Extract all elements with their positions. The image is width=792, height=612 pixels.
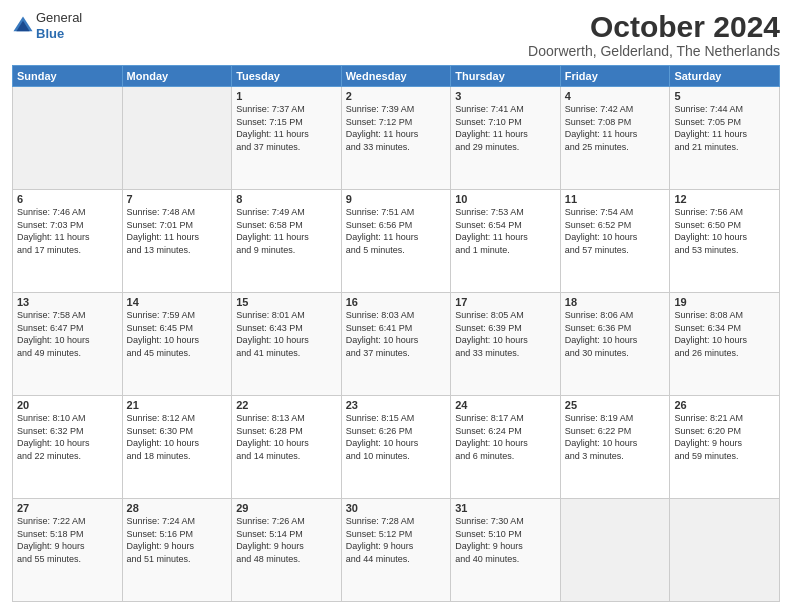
day-number: 6 bbox=[17, 193, 118, 205]
col-tuesday: Tuesday bbox=[232, 66, 342, 87]
week-row-4: 20Sunrise: 8:10 AM Sunset: 6:32 PM Dayli… bbox=[13, 396, 780, 499]
day-number: 3 bbox=[455, 90, 556, 102]
logo-blue: Blue bbox=[36, 26, 82, 42]
day-info: Sunrise: 7:24 AM Sunset: 5:16 PM Dayligh… bbox=[127, 515, 228, 565]
day-info: Sunrise: 8:15 AM Sunset: 6:26 PM Dayligh… bbox=[346, 412, 447, 462]
logo-icon bbox=[12, 15, 34, 37]
day-info: Sunrise: 8:21 AM Sunset: 6:20 PM Dayligh… bbox=[674, 412, 775, 462]
cell-w1-d2 bbox=[122, 87, 232, 190]
header-row: Sunday Monday Tuesday Wednesday Thursday… bbox=[13, 66, 780, 87]
col-saturday: Saturday bbox=[670, 66, 780, 87]
cell-w1-d5: 3Sunrise: 7:41 AM Sunset: 7:10 PM Daylig… bbox=[451, 87, 561, 190]
day-number: 21 bbox=[127, 399, 228, 411]
cell-w3-d5: 17Sunrise: 8:05 AM Sunset: 6:39 PM Dayli… bbox=[451, 293, 561, 396]
cell-w1-d1 bbox=[13, 87, 123, 190]
day-number: 4 bbox=[565, 90, 666, 102]
cell-w4-d1: 20Sunrise: 8:10 AM Sunset: 6:32 PM Dayli… bbox=[13, 396, 123, 499]
day-info: Sunrise: 7:58 AM Sunset: 6:47 PM Dayligh… bbox=[17, 309, 118, 359]
cell-w5-d3: 29Sunrise: 7:26 AM Sunset: 5:14 PM Dayli… bbox=[232, 499, 342, 602]
cell-w1-d6: 4Sunrise: 7:42 AM Sunset: 7:08 PM Daylig… bbox=[560, 87, 670, 190]
day-number: 19 bbox=[674, 296, 775, 308]
day-info: Sunrise: 7:44 AM Sunset: 7:05 PM Dayligh… bbox=[674, 103, 775, 153]
cell-w4-d7: 26Sunrise: 8:21 AM Sunset: 6:20 PM Dayli… bbox=[670, 396, 780, 499]
day-info: Sunrise: 8:17 AM Sunset: 6:24 PM Dayligh… bbox=[455, 412, 556, 462]
day-number: 13 bbox=[17, 296, 118, 308]
cell-w2-d4: 9Sunrise: 7:51 AM Sunset: 6:56 PM Daylig… bbox=[341, 190, 451, 293]
cell-w5-d6 bbox=[560, 499, 670, 602]
cell-w2-d7: 12Sunrise: 7:56 AM Sunset: 6:50 PM Dayli… bbox=[670, 190, 780, 293]
col-sunday: Sunday bbox=[13, 66, 123, 87]
day-info: Sunrise: 7:39 AM Sunset: 7:12 PM Dayligh… bbox=[346, 103, 447, 153]
cell-w2-d2: 7Sunrise: 7:48 AM Sunset: 7:01 PM Daylig… bbox=[122, 190, 232, 293]
day-number: 31 bbox=[455, 502, 556, 514]
day-number: 17 bbox=[455, 296, 556, 308]
day-info: Sunrise: 7:26 AM Sunset: 5:14 PM Dayligh… bbox=[236, 515, 337, 565]
cell-w1-d7: 5Sunrise: 7:44 AM Sunset: 7:05 PM Daylig… bbox=[670, 87, 780, 190]
day-info: Sunrise: 8:01 AM Sunset: 6:43 PM Dayligh… bbox=[236, 309, 337, 359]
cell-w4-d4: 23Sunrise: 8:15 AM Sunset: 6:26 PM Dayli… bbox=[341, 396, 451, 499]
cell-w3-d1: 13Sunrise: 7:58 AM Sunset: 6:47 PM Dayli… bbox=[13, 293, 123, 396]
calendar-body: 1Sunrise: 7:37 AM Sunset: 7:15 PM Daylig… bbox=[13, 87, 780, 602]
day-number: 23 bbox=[346, 399, 447, 411]
day-number: 2 bbox=[346, 90, 447, 102]
title-block: October 2024 Doorwerth, Gelderland, The … bbox=[528, 10, 780, 59]
day-info: Sunrise: 7:49 AM Sunset: 6:58 PM Dayligh… bbox=[236, 206, 337, 256]
day-number: 24 bbox=[455, 399, 556, 411]
day-info: Sunrise: 7:42 AM Sunset: 7:08 PM Dayligh… bbox=[565, 103, 666, 153]
cell-w4-d2: 21Sunrise: 8:12 AM Sunset: 6:30 PM Dayli… bbox=[122, 396, 232, 499]
day-number: 10 bbox=[455, 193, 556, 205]
day-info: Sunrise: 8:06 AM Sunset: 6:36 PM Dayligh… bbox=[565, 309, 666, 359]
cell-w3-d6: 18Sunrise: 8:06 AM Sunset: 6:36 PM Dayli… bbox=[560, 293, 670, 396]
cell-w3-d3: 15Sunrise: 8:01 AM Sunset: 6:43 PM Dayli… bbox=[232, 293, 342, 396]
week-row-2: 6Sunrise: 7:46 AM Sunset: 7:03 PM Daylig… bbox=[13, 190, 780, 293]
subtitle: Doorwerth, Gelderland, The Netherlands bbox=[528, 43, 780, 59]
day-number: 11 bbox=[565, 193, 666, 205]
cell-w2-d5: 10Sunrise: 7:53 AM Sunset: 6:54 PM Dayli… bbox=[451, 190, 561, 293]
day-number: 5 bbox=[674, 90, 775, 102]
day-info: Sunrise: 8:13 AM Sunset: 6:28 PM Dayligh… bbox=[236, 412, 337, 462]
logo-general: General bbox=[36, 10, 82, 26]
cell-w1-d3: 1Sunrise: 7:37 AM Sunset: 7:15 PM Daylig… bbox=[232, 87, 342, 190]
day-number: 22 bbox=[236, 399, 337, 411]
cell-w5-d7 bbox=[670, 499, 780, 602]
cell-w5-d4: 30Sunrise: 7:28 AM Sunset: 5:12 PM Dayli… bbox=[341, 499, 451, 602]
cell-w4-d3: 22Sunrise: 8:13 AM Sunset: 6:28 PM Dayli… bbox=[232, 396, 342, 499]
day-number: 8 bbox=[236, 193, 337, 205]
day-number: 30 bbox=[346, 502, 447, 514]
day-number: 29 bbox=[236, 502, 337, 514]
day-info: Sunrise: 7:56 AM Sunset: 6:50 PM Dayligh… bbox=[674, 206, 775, 256]
col-wednesday: Wednesday bbox=[341, 66, 451, 87]
day-number: 15 bbox=[236, 296, 337, 308]
cell-w4-d6: 25Sunrise: 8:19 AM Sunset: 6:22 PM Dayli… bbox=[560, 396, 670, 499]
page: General Blue October 2024 Doorwerth, Gel… bbox=[0, 0, 792, 612]
cell-w3-d7: 19Sunrise: 8:08 AM Sunset: 6:34 PM Dayli… bbox=[670, 293, 780, 396]
day-info: Sunrise: 7:46 AM Sunset: 7:03 PM Dayligh… bbox=[17, 206, 118, 256]
logo-text: General Blue bbox=[36, 10, 82, 41]
day-info: Sunrise: 7:22 AM Sunset: 5:18 PM Dayligh… bbox=[17, 515, 118, 565]
calendar-table: Sunday Monday Tuesday Wednesday Thursday… bbox=[12, 65, 780, 602]
day-info: Sunrise: 8:12 AM Sunset: 6:30 PM Dayligh… bbox=[127, 412, 228, 462]
cell-w3-d4: 16Sunrise: 8:03 AM Sunset: 6:41 PM Dayli… bbox=[341, 293, 451, 396]
day-info: Sunrise: 8:19 AM Sunset: 6:22 PM Dayligh… bbox=[565, 412, 666, 462]
cell-w4-d5: 24Sunrise: 8:17 AM Sunset: 6:24 PM Dayli… bbox=[451, 396, 561, 499]
day-number: 12 bbox=[674, 193, 775, 205]
day-number: 14 bbox=[127, 296, 228, 308]
calendar-header: Sunday Monday Tuesday Wednesday Thursday… bbox=[13, 66, 780, 87]
day-info: Sunrise: 7:53 AM Sunset: 6:54 PM Dayligh… bbox=[455, 206, 556, 256]
day-number: 7 bbox=[127, 193, 228, 205]
cell-w5-d1: 27Sunrise: 7:22 AM Sunset: 5:18 PM Dayli… bbox=[13, 499, 123, 602]
day-number: 25 bbox=[565, 399, 666, 411]
week-row-3: 13Sunrise: 7:58 AM Sunset: 6:47 PM Dayli… bbox=[13, 293, 780, 396]
day-number: 1 bbox=[236, 90, 337, 102]
col-monday: Monday bbox=[122, 66, 232, 87]
day-info: Sunrise: 8:05 AM Sunset: 6:39 PM Dayligh… bbox=[455, 309, 556, 359]
day-number: 27 bbox=[17, 502, 118, 514]
day-info: Sunrise: 8:08 AM Sunset: 6:34 PM Dayligh… bbox=[674, 309, 775, 359]
day-number: 26 bbox=[674, 399, 775, 411]
day-number: 9 bbox=[346, 193, 447, 205]
day-info: Sunrise: 7:48 AM Sunset: 7:01 PM Dayligh… bbox=[127, 206, 228, 256]
day-info: Sunrise: 7:54 AM Sunset: 6:52 PM Dayligh… bbox=[565, 206, 666, 256]
day-info: Sunrise: 7:28 AM Sunset: 5:12 PM Dayligh… bbox=[346, 515, 447, 565]
col-friday: Friday bbox=[560, 66, 670, 87]
cell-w2-d3: 8Sunrise: 7:49 AM Sunset: 6:58 PM Daylig… bbox=[232, 190, 342, 293]
